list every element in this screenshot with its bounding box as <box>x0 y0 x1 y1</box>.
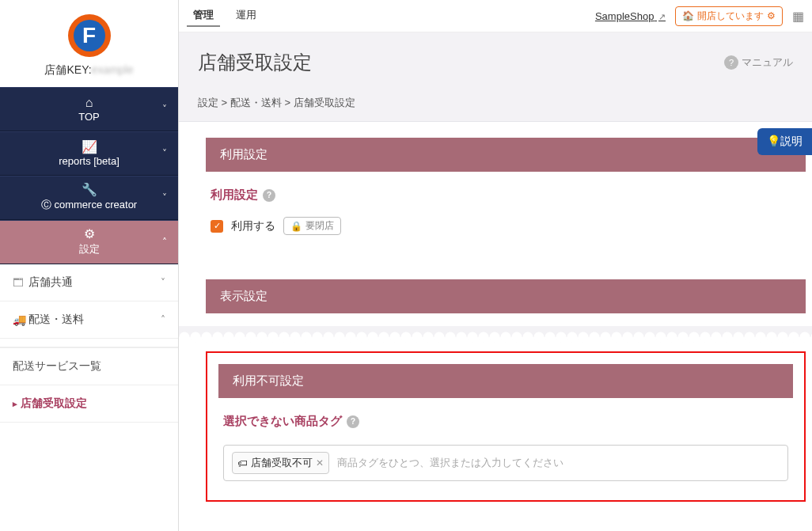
manual-label: マニュアル <box>742 55 793 70</box>
main: 管理 運用 SampleShop ↗ 🏠 開店しています ⚙ ▦ 店舗受取設定 … <box>178 0 812 531</box>
nav-settings-label: 設定 <box>79 242 100 256</box>
tab-admin[interactable]: 管理 <box>187 5 220 27</box>
logo: F <box>68 14 111 57</box>
sub-store-pickup[interactable]: 店舗受取設定 <box>0 385 178 423</box>
truck-icon: 🚚 <box>13 313 28 326</box>
home-icon: ⌂ <box>85 97 93 109</box>
logo-area: F <box>0 0 178 63</box>
product-tag-input[interactable]: 🏷 店舗受取不可 ✕ 商品タグをひとつ、選択または入力してください <box>223 445 788 481</box>
wrench-icon: 🔧 <box>82 184 97 196</box>
store-icon: 🏠 <box>682 10 694 21</box>
sub-list-2: 配送サービス一覧 店舗受取設定 <box>0 348 178 423</box>
nav-commerce-creator[interactable]: 🔧 Ⓒ commerce creator ˅ <box>0 176 178 220</box>
chevron-down-icon: ˅ <box>162 192 167 203</box>
explain-tab[interactable]: 💡説明 <box>757 128 812 155</box>
torn-divider <box>179 337 812 348</box>
chevron-down-icon: ˅ <box>162 104 167 115</box>
shop-key-value: example <box>92 63 134 76</box>
logo-letter: F <box>74 20 105 51</box>
page-header: 店舗受取設定 ? マニュアル <box>179 32 812 88</box>
nav-settings[interactable]: ⚙ 設定 ˄ <box>0 220 178 264</box>
tag-input-placeholder: 商品タグをひとつ、選択または入力してください <box>337 456 563 470</box>
torn-divider <box>179 326 812 337</box>
highlight-disable-box: 利用不可設定 選択できない商品タグ ? 🏷 店舗受取不可 ✕ 商品タグをひとつ、… <box>206 351 806 502</box>
sidebar: F 店舗KEY:example ⌂ TOP ˅ 📈 reports [beta]… <box>0 0 178 531</box>
open-status-label: 開店しています <box>697 9 764 23</box>
nav-top[interactable]: ⌂ TOP ˅ <box>0 87 178 131</box>
shop-key: 店舗KEY:example <box>0 63 178 87</box>
gear-icon: ⚙ <box>767 10 776 21</box>
help-icon[interactable]: ? <box>347 415 359 428</box>
gear-icon: ⚙ <box>84 228 95 241</box>
sub-delivery-services-label: 配送サービス一覧 <box>13 359 101 374</box>
shop-key-label: 店舗KEY: <box>44 63 91 76</box>
chart-icon: 📈 <box>82 141 97 154</box>
tab-operate[interactable]: 運用 <box>230 5 263 27</box>
tag-chip-label: 店舗受取不可 <box>251 456 313 470</box>
topbar: 管理 運用 SampleShop ↗ 🏠 開店しています ⚙ ▦ <box>179 0 812 32</box>
sub-store-common-label: 店舗共通 <box>28 275 73 290</box>
section-bar-usage: 利用設定 <box>206 138 806 172</box>
nav-reports-label: reports [beta] <box>59 155 120 167</box>
sub-list: 🗔 店舗共通 ˅ 🚚 配送・送料 ˄ <box>0 264 178 339</box>
sub-store-common[interactable]: 🗔 店舗共通 ˅ <box>0 264 178 302</box>
help-icon: ? <box>724 55 738 70</box>
apps-grid-icon[interactable]: ▦ <box>792 9 804 24</box>
chevron-down-icon: ˅ <box>162 148 167 159</box>
nav-top-label: TOP <box>78 111 100 123</box>
nav-cc-label: Ⓒ commerce creator <box>41 198 137 212</box>
sub-store-pickup-label: 店舗受取設定 <box>21 396 87 411</box>
torn-divider <box>0 339 178 348</box>
panel-usage: 利用設定 利用設定 ? ✓ 利用する 🔒 要閉店 <box>206 138 806 264</box>
use-checkbox-label: 利用する <box>231 219 275 233</box>
shop-link-label: SampleShop <box>595 10 654 22</box>
remove-tag-icon[interactable]: ✕ <box>316 457 324 468</box>
external-link-icon: ↗ <box>658 12 666 21</box>
section-bar-disable: 利用不可設定 <box>218 364 793 398</box>
panel-display: 表示設定 <box>206 279 806 313</box>
manual-link[interactable]: ? マニュアル <box>724 55 793 70</box>
close-required-badge: 🔒 要閉店 <box>283 217 341 235</box>
chevron-up-icon: ˄ <box>162 237 167 248</box>
breadcrumb: 設定 > 配送・送料 > 店舗受取設定 <box>179 88 812 122</box>
lock-icon: 🔒 <box>290 221 302 232</box>
nav-reports[interactable]: 📈 reports [beta] ˅ <box>0 131 178 176</box>
sub-shipping[interactable]: 🚚 配送・送料 ˄ <box>0 302 178 339</box>
page-title: 店舗受取設定 <box>198 50 312 75</box>
open-status-badge[interactable]: 🏠 開店しています ⚙ <box>675 6 783 26</box>
content: 💡説明 利用設定 利用設定 ? ✓ 利用する 🔒 要閉店 表示設定 <box>179 122 812 531</box>
sub-shipping-label: 配送・送料 <box>28 313 84 327</box>
help-icon[interactable]: ? <box>263 189 275 202</box>
field-label-disable: 選択できない商品タグ ? <box>223 414 788 429</box>
window-icon: 🗔 <box>13 276 28 289</box>
use-checkbox[interactable]: ✓ <box>211 220 223 233</box>
tag-icon: 🏷 <box>237 457 248 469</box>
chevron-up-icon: ˄ <box>161 314 165 325</box>
sub-delivery-services[interactable]: 配送サービス一覧 <box>0 348 178 385</box>
shop-link[interactable]: SampleShop ↗ <box>595 10 666 22</box>
tag-chip: 🏷 店舗受取不可 ✕ <box>232 452 329 474</box>
section-bar-display: 表示設定 <box>206 279 806 313</box>
field-label-usage: 利用設定 ? <box>211 188 801 203</box>
chevron-down-icon: ˅ <box>161 277 165 288</box>
